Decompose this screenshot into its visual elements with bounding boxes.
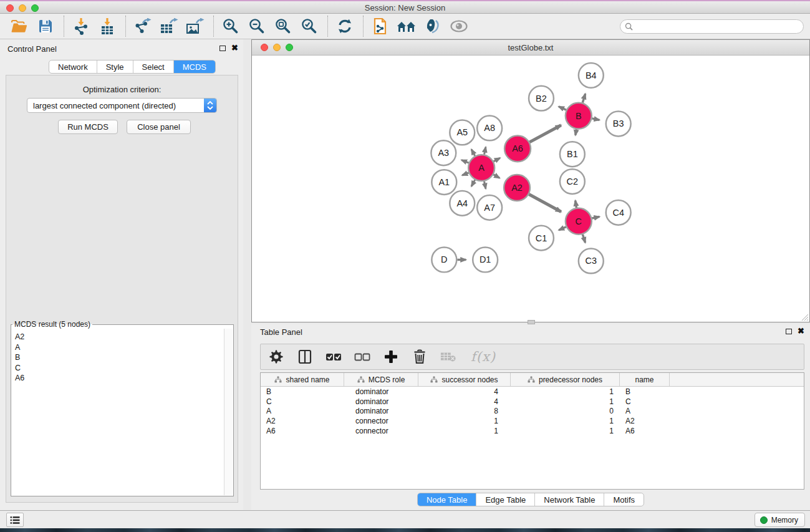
- graph-node-C2[interactable]: C2: [560, 169, 585, 194]
- table-row[interactable]: C dominator 4 1 C: [261, 397, 804, 407]
- graph-node-A6[interactable]: A6: [504, 135, 531, 162]
- task-history-button[interactable]: [6, 513, 24, 527]
- mcds-result-list[interactable]: A2 A B C A6: [12, 330, 223, 495]
- zoom-in-button[interactable]: [220, 16, 241, 37]
- column-header-predecessor-nodes[interactable]: predecessor nodes: [511, 373, 620, 386]
- delete-column-button[interactable]: [412, 349, 428, 365]
- resize-grip-icon[interactable]: [800, 312, 809, 321]
- tab-select[interactable]: Select: [133, 60, 174, 73]
- graph-node-D[interactable]: D: [432, 248, 456, 273]
- graph-node-A3[interactable]: A3: [431, 140, 456, 165]
- search-field[interactable]: [620, 19, 804, 34]
- export-network-button[interactable]: [132, 16, 153, 37]
- edge-C-C3[interactable]: [582, 235, 585, 243]
- refresh-button[interactable]: [334, 16, 355, 37]
- export-image-button[interactable]: [185, 16, 206, 37]
- edge-C-C4[interactable]: [592, 216, 599, 218]
- edge-A6-B[interactable]: [529, 125, 561, 142]
- table-row[interactable]: A6 connector 1 1 A6: [261, 426, 804, 436]
- select-all-rows-button[interactable]: [325, 349, 342, 365]
- edge-A-A8[interactable]: [485, 147, 486, 155]
- graph-node-C4[interactable]: C4: [606, 200, 631, 225]
- edge-A-A3[interactable]: [461, 160, 469, 163]
- import-table-button[interactable]: [97, 16, 118, 37]
- edge-B-B4[interactable]: [582, 94, 585, 102]
- tab-motifs[interactable]: Motifs: [604, 493, 644, 506]
- table-row[interactable]: B dominator 4 1 B: [261, 387, 804, 397]
- edge-A-A7[interactable]: [485, 181, 486, 189]
- graph-node-C1[interactable]: C1: [529, 226, 554, 251]
- graph-node-A8[interactable]: A8: [477, 116, 502, 141]
- edge-A-A5[interactable]: [471, 150, 475, 156]
- edge-A2-C[interactable]: [529, 194, 561, 211]
- edge-A-A6[interactable]: [494, 158, 500, 162]
- graph-node-A4[interactable]: A4: [450, 191, 475, 216]
- unselect-all-rows-button[interactable]: [354, 349, 370, 365]
- edge-A-A1[interactable]: [462, 173, 468, 175]
- criterion-dropdown[interactable]: largest connected component (directed): [27, 98, 217, 113]
- column-header-name[interactable]: name: [620, 373, 670, 386]
- edge-B-B1[interactable]: [576, 129, 577, 135]
- graph-node-B[interactable]: B: [566, 103, 592, 129]
- run-mcds-button[interactable]: Run MCDS: [58, 120, 118, 134]
- tab-mcds[interactable]: MCDS: [174, 60, 215, 73]
- show-hide-graphics-details-button[interactable]: [422, 16, 443, 37]
- graph-node-A7[interactable]: A7: [477, 195, 502, 220]
- open-session-button[interactable]: [9, 16, 30, 37]
- float-table-panel-icon[interactable]: [786, 329, 792, 334]
- graph-node-B3[interactable]: B3: [606, 112, 631, 137]
- mcds-result-item[interactable]: B: [15, 352, 223, 363]
- column-header-mcds-role[interactable]: MCDS role: [344, 373, 418, 386]
- save-session-button[interactable]: [35, 16, 56, 37]
- table-row[interactable]: A2 connector 1 1 A2: [261, 416, 804, 426]
- destroy-table-button[interactable]: [440, 349, 456, 365]
- graph-node-A1[interactable]: A1: [432, 170, 456, 195]
- tab-network[interactable]: Network: [49, 60, 97, 73]
- close-panel-button[interactable]: Close panel: [127, 120, 191, 134]
- zoom-selected-button[interactable]: [299, 16, 320, 37]
- tab-edge-table[interactable]: Edge Table: [476, 493, 535, 506]
- show-columns-button[interactable]: [297, 349, 313, 365]
- tab-style[interactable]: Style: [97, 60, 133, 73]
- close-panel-icon[interactable]: ✖: [231, 45, 238, 51]
- float-panel-icon[interactable]: [219, 46, 226, 51]
- edge-A-A2[interactable]: [493, 175, 499, 178]
- graph-node-A2[interactable]: A2: [504, 175, 530, 201]
- edge-B-B2[interactable]: [559, 107, 566, 110]
- create-column-button[interactable]: [383, 349, 399, 365]
- tab-network-table[interactable]: Network Table: [535, 493, 604, 506]
- graph-node-C3[interactable]: C3: [579, 249, 604, 274]
- graph-node-B1[interactable]: B1: [560, 142, 585, 167]
- export-table-button[interactable]: [158, 16, 180, 37]
- graph-node-B4[interactable]: B4: [579, 63, 604, 88]
- graph-node-A5[interactable]: A5: [450, 120, 475, 145]
- graph-node-C[interactable]: C: [566, 208, 592, 235]
- mcds-result-item[interactable]: A: [15, 342, 223, 353]
- birds-eye-view-button[interactable]: [448, 16, 470, 37]
- edge-C-C2[interactable]: [576, 201, 577, 208]
- network-snapshot-button[interactable]: [370, 16, 391, 37]
- canvas-bottom-handle[interactable]: [528, 320, 535, 324]
- mcds-result-item[interactable]: A2: [15, 332, 223, 342]
- home-button[interactable]: [396, 16, 417, 37]
- column-header-successor-nodes[interactable]: successor nodes: [418, 373, 511, 386]
- graph-node-D1[interactable]: D1: [473, 248, 498, 273]
- close-table-panel-icon[interactable]: ✖: [798, 328, 804, 334]
- search-input[interactable]: [636, 22, 792, 31]
- edge-C-C1[interactable]: [559, 227, 566, 230]
- graph-node-B2[interactable]: B2: [529, 86, 554, 111]
- column-settings-gear-button[interactable]: [268, 349, 284, 365]
- zoom-fit-button[interactable]: [272, 16, 294, 37]
- memory-button[interactable]: Memory: [755, 513, 805, 527]
- function-builder-button[interactable]: f(x): [469, 349, 498, 365]
- import-network-button[interactable]: [70, 16, 92, 37]
- network-graph[interactable]: B4B2BB3A5A8A6A3B1AA1C2A2A4A7CC4C1C3DD1: [253, 56, 809, 321]
- mcds-result-item[interactable]: C: [15, 363, 223, 374]
- mcds-list-scrollbar[interactable]: [224, 329, 233, 495]
- edge-B-B3[interactable]: [592, 118, 599, 120]
- tab-node-table[interactable]: Node Table: [418, 493, 477, 506]
- graph-node-A[interactable]: A: [468, 155, 494, 181]
- edge-A-A4[interactable]: [471, 180, 475, 186]
- zoom-out-button[interactable]: [246, 16, 268, 37]
- column-header-shared-name[interactable]: shared name: [261, 373, 344, 386]
